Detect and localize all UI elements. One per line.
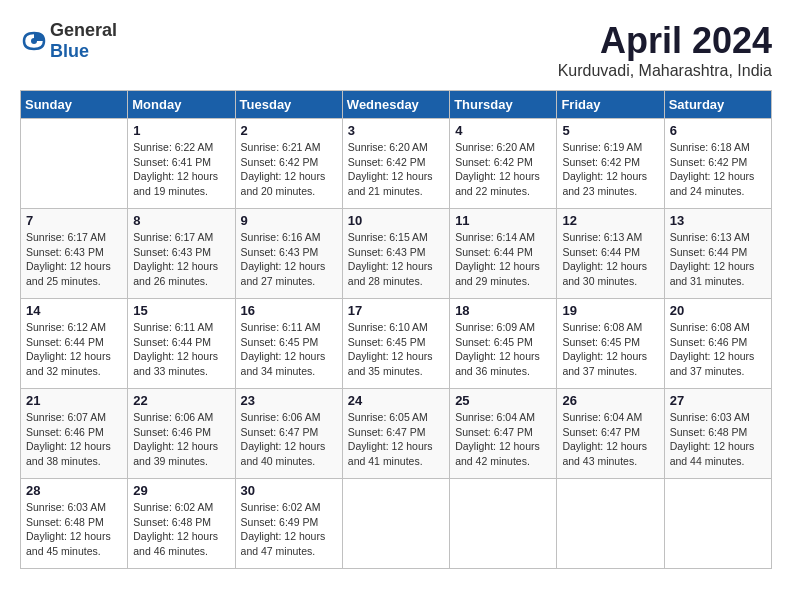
calendar-header-cell: Wednesday: [342, 91, 449, 119]
calendar-day-cell: 22Sunrise: 6:06 AM Sunset: 6:46 PM Dayli…: [128, 389, 235, 479]
calendar-week-row: 14Sunrise: 6:12 AM Sunset: 6:44 PM Dayli…: [21, 299, 772, 389]
calendar-day-cell: 1Sunrise: 6:22 AM Sunset: 6:41 PM Daylig…: [128, 119, 235, 209]
day-info: Sunrise: 6:20 AM Sunset: 6:42 PM Dayligh…: [455, 140, 551, 199]
day-number: 22: [133, 393, 229, 408]
logo-text-blue: Blue: [50, 41, 89, 61]
calendar-header-cell: Tuesday: [235, 91, 342, 119]
day-number: 17: [348, 303, 444, 318]
day-info: Sunrise: 6:11 AM Sunset: 6:45 PM Dayligh…: [241, 320, 337, 379]
day-info: Sunrise: 6:17 AM Sunset: 6:43 PM Dayligh…: [26, 230, 122, 289]
day-number: 2: [241, 123, 337, 138]
day-number: 19: [562, 303, 658, 318]
location-title: Kurduvadi, Maharashtra, India: [558, 62, 772, 80]
day-number: 30: [241, 483, 337, 498]
day-info: Sunrise: 6:08 AM Sunset: 6:45 PM Dayligh…: [562, 320, 658, 379]
day-number: 15: [133, 303, 229, 318]
day-info: Sunrise: 6:13 AM Sunset: 6:44 PM Dayligh…: [562, 230, 658, 289]
month-title: April 2024: [558, 20, 772, 62]
day-info: Sunrise: 6:18 AM Sunset: 6:42 PM Dayligh…: [670, 140, 766, 199]
logo-icon: [20, 27, 48, 55]
day-number: 21: [26, 393, 122, 408]
day-info: Sunrise: 6:02 AM Sunset: 6:49 PM Dayligh…: [241, 500, 337, 559]
day-info: Sunrise: 6:02 AM Sunset: 6:48 PM Dayligh…: [133, 500, 229, 559]
calendar-day-cell: [342, 479, 449, 569]
calendar-body: 1Sunrise: 6:22 AM Sunset: 6:41 PM Daylig…: [21, 119, 772, 569]
day-number: 13: [670, 213, 766, 228]
calendar-day-cell: 20Sunrise: 6:08 AM Sunset: 6:46 PM Dayli…: [664, 299, 771, 389]
calendar-day-cell: 19Sunrise: 6:08 AM Sunset: 6:45 PM Dayli…: [557, 299, 664, 389]
title-area: April 2024 Kurduvadi, Maharashtra, India: [558, 20, 772, 80]
day-number: 27: [670, 393, 766, 408]
calendar-day-cell: 25Sunrise: 6:04 AM Sunset: 6:47 PM Dayli…: [450, 389, 557, 479]
day-info: Sunrise: 6:07 AM Sunset: 6:46 PM Dayligh…: [26, 410, 122, 469]
logo-text-general: General: [50, 20, 117, 40]
day-number: 14: [26, 303, 122, 318]
day-number: 20: [670, 303, 766, 318]
calendar-day-cell: 11Sunrise: 6:14 AM Sunset: 6:44 PM Dayli…: [450, 209, 557, 299]
calendar-header-row: SundayMondayTuesdayWednesdayThursdayFrid…: [21, 91, 772, 119]
day-info: Sunrise: 6:03 AM Sunset: 6:48 PM Dayligh…: [670, 410, 766, 469]
calendar-day-cell: 2Sunrise: 6:21 AM Sunset: 6:42 PM Daylig…: [235, 119, 342, 209]
calendar-day-cell: 21Sunrise: 6:07 AM Sunset: 6:46 PM Dayli…: [21, 389, 128, 479]
calendar-day-cell: 12Sunrise: 6:13 AM Sunset: 6:44 PM Dayli…: [557, 209, 664, 299]
day-number: 9: [241, 213, 337, 228]
calendar-day-cell: 7Sunrise: 6:17 AM Sunset: 6:43 PM Daylig…: [21, 209, 128, 299]
day-info: Sunrise: 6:14 AM Sunset: 6:44 PM Dayligh…: [455, 230, 551, 289]
calendar-day-cell: [664, 479, 771, 569]
calendar-day-cell: 23Sunrise: 6:06 AM Sunset: 6:47 PM Dayli…: [235, 389, 342, 479]
logo: General Blue: [20, 20, 117, 62]
header: General Blue April 2024 Kurduvadi, Mahar…: [20, 20, 772, 80]
calendar-header-cell: Saturday: [664, 91, 771, 119]
day-info: Sunrise: 6:15 AM Sunset: 6:43 PM Dayligh…: [348, 230, 444, 289]
day-info: Sunrise: 6:08 AM Sunset: 6:46 PM Dayligh…: [670, 320, 766, 379]
calendar-day-cell: 30Sunrise: 6:02 AM Sunset: 6:49 PM Dayli…: [235, 479, 342, 569]
day-number: 18: [455, 303, 551, 318]
calendar-table: SundayMondayTuesdayWednesdayThursdayFrid…: [20, 90, 772, 569]
calendar-week-row: 1Sunrise: 6:22 AM Sunset: 6:41 PM Daylig…: [21, 119, 772, 209]
day-info: Sunrise: 6:17 AM Sunset: 6:43 PM Dayligh…: [133, 230, 229, 289]
day-info: Sunrise: 6:09 AM Sunset: 6:45 PM Dayligh…: [455, 320, 551, 379]
day-info: Sunrise: 6:21 AM Sunset: 6:42 PM Dayligh…: [241, 140, 337, 199]
day-number: 28: [26, 483, 122, 498]
day-info: Sunrise: 6:10 AM Sunset: 6:45 PM Dayligh…: [348, 320, 444, 379]
svg-point-1: [31, 38, 37, 44]
calendar-day-cell: 9Sunrise: 6:16 AM Sunset: 6:43 PM Daylig…: [235, 209, 342, 299]
calendar-header-cell: Thursday: [450, 91, 557, 119]
day-info: Sunrise: 6:05 AM Sunset: 6:47 PM Dayligh…: [348, 410, 444, 469]
day-number: 23: [241, 393, 337, 408]
calendar-day-cell: [450, 479, 557, 569]
calendar-header-cell: Sunday: [21, 91, 128, 119]
day-number: 25: [455, 393, 551, 408]
calendar-week-row: 21Sunrise: 6:07 AM Sunset: 6:46 PM Dayli…: [21, 389, 772, 479]
day-info: Sunrise: 6:06 AM Sunset: 6:46 PM Dayligh…: [133, 410, 229, 469]
calendar-day-cell: 15Sunrise: 6:11 AM Sunset: 6:44 PM Dayli…: [128, 299, 235, 389]
day-number: 24: [348, 393, 444, 408]
calendar-day-cell: 4Sunrise: 6:20 AM Sunset: 6:42 PM Daylig…: [450, 119, 557, 209]
calendar-week-row: 7Sunrise: 6:17 AM Sunset: 6:43 PM Daylig…: [21, 209, 772, 299]
day-info: Sunrise: 6:04 AM Sunset: 6:47 PM Dayligh…: [455, 410, 551, 469]
day-info: Sunrise: 6:20 AM Sunset: 6:42 PM Dayligh…: [348, 140, 444, 199]
day-number: 4: [455, 123, 551, 138]
calendar-header-cell: Monday: [128, 91, 235, 119]
day-info: Sunrise: 6:19 AM Sunset: 6:42 PM Dayligh…: [562, 140, 658, 199]
calendar-day-cell: [21, 119, 128, 209]
day-info: Sunrise: 6:11 AM Sunset: 6:44 PM Dayligh…: [133, 320, 229, 379]
calendar-day-cell: 27Sunrise: 6:03 AM Sunset: 6:48 PM Dayli…: [664, 389, 771, 479]
calendar-header-cell: Friday: [557, 91, 664, 119]
day-number: 5: [562, 123, 658, 138]
day-info: Sunrise: 6:22 AM Sunset: 6:41 PM Dayligh…: [133, 140, 229, 199]
calendar-day-cell: 3Sunrise: 6:20 AM Sunset: 6:42 PM Daylig…: [342, 119, 449, 209]
day-number: 16: [241, 303, 337, 318]
day-number: 6: [670, 123, 766, 138]
day-number: 3: [348, 123, 444, 138]
calendar-day-cell: 29Sunrise: 6:02 AM Sunset: 6:48 PM Dayli…: [128, 479, 235, 569]
calendar-day-cell: 28Sunrise: 6:03 AM Sunset: 6:48 PM Dayli…: [21, 479, 128, 569]
day-info: Sunrise: 6:13 AM Sunset: 6:44 PM Dayligh…: [670, 230, 766, 289]
calendar-day-cell: 8Sunrise: 6:17 AM Sunset: 6:43 PM Daylig…: [128, 209, 235, 299]
day-number: 8: [133, 213, 229, 228]
day-number: 12: [562, 213, 658, 228]
calendar-week-row: 28Sunrise: 6:03 AM Sunset: 6:48 PM Dayli…: [21, 479, 772, 569]
calendar-day-cell: 26Sunrise: 6:04 AM Sunset: 6:47 PM Dayli…: [557, 389, 664, 479]
day-number: 29: [133, 483, 229, 498]
calendar-day-cell: 14Sunrise: 6:12 AM Sunset: 6:44 PM Dayli…: [21, 299, 128, 389]
